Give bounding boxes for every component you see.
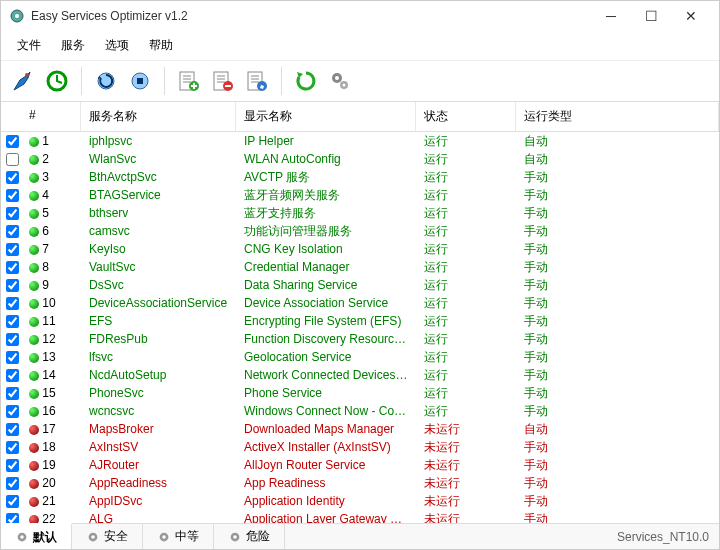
row-display-name: Device Association Service (236, 296, 416, 310)
col-state[interactable]: 状态 (416, 102, 516, 131)
row-display-name: IP Helper (236, 134, 416, 148)
menu-service[interactable]: 服务 (51, 33, 95, 58)
row-checkbox[interactable] (6, 423, 19, 436)
row-checkbox[interactable] (6, 261, 19, 274)
status-dot-icon (29, 389, 39, 399)
tb-restore-icon[interactable] (41, 65, 73, 97)
col-number[interactable]: # (21, 102, 81, 131)
table-row[interactable]: 20AppReadinessApp Readiness未运行手动 (1, 474, 719, 492)
table-row[interactable]: 11EFSEncrypting File System (EFS)运行手动 (1, 312, 719, 330)
tab-safe[interactable]: 安全 (72, 524, 143, 549)
tb-refresh-icon[interactable] (290, 65, 322, 97)
table-row[interactable]: 19AJRouterAllJoyn Router Service未运行手动 (1, 456, 719, 474)
row-checkbox[interactable] (6, 495, 19, 508)
table-body[interactable]: 1iphlpsvcIP Helper运行自动 2WlanSvcWLAN Auto… (1, 132, 719, 523)
status-dot-icon (29, 335, 39, 345)
tb-list-edit-icon[interactable] (241, 65, 273, 97)
col-display-name[interactable]: 显示名称 (236, 102, 416, 131)
tab-medium[interactable]: 中等 (143, 524, 214, 549)
menu-options[interactable]: 选项 (95, 33, 139, 58)
row-checkbox[interactable] (6, 225, 19, 238)
row-checkbox[interactable] (6, 477, 19, 490)
row-display-name: Geolocation Service (236, 350, 416, 364)
table-row[interactable]: 4BTAGService蓝牙音频网关服务运行手动 (1, 186, 719, 204)
table-row[interactable]: 18AxInstSVActiveX Installer (AxInstSV)未运… (1, 438, 719, 456)
gear-icon (157, 530, 171, 544)
tb-service-stop-icon[interactable] (124, 65, 156, 97)
row-number: 2 (42, 152, 49, 166)
table-row[interactable]: 2WlanSvcWLAN AutoConfig运行自动 (1, 150, 719, 168)
row-checkbox[interactable] (6, 459, 19, 472)
table-row[interactable]: 17MapsBrokerDownloaded Maps Manager未运行自动 (1, 420, 719, 438)
table-row[interactable]: 13lfsvcGeolocation Service运行手动 (1, 348, 719, 366)
status-dot-icon (29, 317, 39, 327)
table-row[interactable]: 3BthAvctpSvcAVCTP 服务运行手动 (1, 168, 719, 186)
row-checkbox[interactable] (6, 189, 19, 202)
table-row[interactable]: 10DeviceAssociationServiceDevice Associa… (1, 294, 719, 312)
status-dot-icon (29, 425, 39, 435)
svg-point-33 (233, 535, 237, 539)
status-dot-icon (29, 173, 39, 183)
row-checkbox[interactable] (6, 153, 19, 166)
tb-list-add-icon[interactable] (173, 65, 205, 97)
row-checkbox[interactable] (6, 171, 19, 184)
row-state: 运行 (416, 385, 516, 402)
menu-file[interactable]: 文件 (7, 33, 51, 58)
tab-danger[interactable]: 危险 (214, 524, 285, 549)
menu-help[interactable]: 帮助 (139, 33, 183, 58)
table-row[interactable]: 15PhoneSvcPhone Service运行手动 (1, 384, 719, 402)
row-checkbox[interactable] (6, 405, 19, 418)
row-display-name: Data Sharing Service (236, 278, 416, 292)
col-checkbox[interactable] (1, 102, 21, 131)
table-row[interactable]: 21AppIDSvcApplication Identity未运行手动 (1, 492, 719, 510)
row-checkbox[interactable] (6, 333, 19, 346)
row-checkbox[interactable] (6, 243, 19, 256)
tb-settings-gears-icon[interactable] (324, 65, 356, 97)
row-start-type: 手动 (516, 187, 719, 204)
status-dot-icon (29, 227, 39, 237)
row-display-name: Function Discovery Resource P... (236, 332, 416, 346)
table-row[interactable]: 5bthserv蓝牙支持服务运行手动 (1, 204, 719, 222)
tb-list-remove-icon[interactable] (207, 65, 239, 97)
row-checkbox[interactable] (6, 441, 19, 454)
tb-optimize-rocket-icon[interactable] (7, 65, 39, 97)
table-row[interactable]: 22ALGApplication Layer Gateway Ser...未运行… (1, 510, 719, 523)
row-service-name: AppIDSvc (81, 494, 236, 508)
close-button[interactable]: ✕ (671, 2, 711, 30)
row-checkbox[interactable] (6, 351, 19, 364)
row-checkbox[interactable] (6, 135, 19, 148)
table-row[interactable]: 7KeyIsoCNG Key Isolation运行手动 (1, 240, 719, 258)
row-state: 运行 (416, 151, 516, 168)
table-row[interactable]: 6camsvc功能访问管理器服务运行手动 (1, 222, 719, 240)
col-start-type[interactable]: 运行类型 (516, 102, 719, 131)
row-checkbox[interactable] (6, 297, 19, 310)
table-row[interactable]: 8VaultSvcCredential Manager运行手动 (1, 258, 719, 276)
minimize-button[interactable]: ─ (591, 2, 631, 30)
row-checkbox[interactable] (6, 387, 19, 400)
row-start-type: 手动 (516, 205, 719, 222)
tab-default[interactable]: 默认 (1, 523, 72, 549)
row-checkbox[interactable] (6, 279, 19, 292)
maximize-button[interactable]: ☐ (631, 2, 671, 30)
row-number: 16 (42, 404, 55, 418)
table-row[interactable]: 14NcdAutoSetupNetwork Connected Devices … (1, 366, 719, 384)
row-checkbox[interactable] (6, 513, 19, 524)
row-service-name: DsSvc (81, 278, 236, 292)
table-row[interactable]: 1iphlpsvcIP Helper运行自动 (1, 132, 719, 150)
row-display-name: Downloaded Maps Manager (236, 422, 416, 436)
row-state: 运行 (416, 367, 516, 384)
status-dot-icon (29, 443, 39, 453)
row-checkbox[interactable] (6, 315, 19, 328)
row-checkbox[interactable] (6, 207, 19, 220)
svg-point-25 (343, 84, 346, 87)
table-row[interactable]: 12FDResPubFunction Discovery Resource P.… (1, 330, 719, 348)
row-checkbox[interactable] (6, 369, 19, 382)
table-row[interactable]: 9DsSvcData Sharing Service运行手动 (1, 276, 719, 294)
toolbar-separator (281, 67, 282, 95)
tb-service-start-icon[interactable] (90, 65, 122, 97)
table-row[interactable]: 16wcncsvcWindows Connect Now - Config...… (1, 402, 719, 420)
row-start-type: 手动 (516, 313, 719, 330)
status-dot-icon (29, 155, 39, 165)
row-state: 未运行 (416, 421, 516, 438)
col-service-name[interactable]: 服务名称 (81, 102, 236, 131)
